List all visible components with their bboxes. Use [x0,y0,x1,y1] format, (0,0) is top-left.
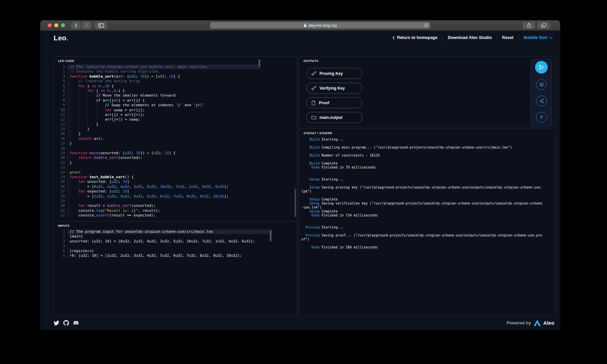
code-line[interactable]: 9 // Swap the elements at indexes 'j' an… [54,103,261,108]
code-line[interactable]: 3unsorted: [u32; 10] = [8u32, 2u32, 4u32… [54,239,273,244]
code-line[interactable]: 26 = [8u32, 2u32, 4u32, 3u32, 5u32, 10u3… [54,184,261,189]
powered-by[interactable]: Powered by Aleo [507,320,554,326]
inputs-editor[interactable]: 1// The program input for unwieldy-utopi… [54,229,273,258]
code-line[interactable]: 11 arr[j] = arr[j+1]; [54,113,261,117]
console-status-label: Build [302,146,319,149]
share-upload-icon [527,23,531,28]
page-footer: Powered by Aleo [54,318,554,327]
leo-code-editor[interactable]: 1// The 'unwieldy-utopian-urbane-use-bub… [54,65,261,218]
code-line[interactable]: 6 for j in 0..9-i { [54,89,261,93]
code-line[interactable]: 8 if arr[j+1] < arr[j] { [54,98,261,103]
button-label: Verifying Key [319,86,345,91]
scrollbar-thumb[interactable] [295,188,296,217]
discord-link[interactable] [73,320,79,325]
nav-example-selector[interactable]: Bubble Sort [524,35,553,40]
browser-tabs-button[interactable] [538,22,550,29]
code-line[interactable]: 28 = [1u32, 2u32, 3u32, 4u32, 5u32, 6u32… [54,194,261,199]
code-line[interactable]: 27 let expected: [u32; 10] [54,189,261,194]
code-line[interactable]: 4 // Traverse the entire array [54,79,261,84]
code-line[interactable]: 30 let result = bubble_sort(unsorted); [54,203,261,208]
leo-logo[interactable]: Leo. [54,34,68,42]
console-output[interactable]: Build Starting... Build Compiling main p… [302,138,544,249]
console-line: Done Finished in 79 milliseconds [302,166,544,170]
console-status-label: Setup [302,209,319,213]
nav-reset[interactable]: Reset [502,35,513,40]
code-line[interactable]: 21} [54,161,261,165]
line-number: 23 [54,170,68,175]
reload-button[interactable] [424,23,428,28]
code-line[interactable]: 2[main] [54,234,273,239]
code-line[interactable]: 17} [54,141,261,146]
share-button[interactable] [536,96,547,106]
main-output-button[interactable]: main.output [306,112,362,123]
twitter-link[interactable] [54,320,59,326]
traffic-light-zoom-button[interactable] [61,23,65,27]
browser-back-button[interactable] [71,22,81,29]
browser-sidebar-toggle-button[interactable] [95,22,107,29]
code-line[interactable]: 24function test_bubble_sort() { [54,175,261,180]
console-status-label: Done [302,213,319,217]
proving-key-button[interactable]: Proving Key [306,68,362,79]
console-status-label: Proving [302,233,319,237]
scrollbar-thumb[interactable] [270,230,272,241]
code-line[interactable]: 4 [54,244,273,248]
code-line[interactable]: 1// The 'unwieldy-utopian-urbane-use-bub… [54,65,261,69]
line-number: 16 [54,137,68,141]
line-number: 31 [54,208,68,213]
line-number: 21 [54,161,68,165]
code-line[interactable]: 12 arr[j+1] = swap; [54,117,261,122]
settings-button[interactable] [536,79,547,90]
chevron-right-icon [85,23,89,28]
code-line[interactable]: 13 } [54,122,261,127]
traffic-light-minimize-button[interactable] [54,23,58,27]
code-line[interactable]: 15 } [54,132,261,136]
console-line: Build Compiling main program... ("/usr/p… [302,146,544,150]
code-line[interactable]: 5 for i in 0..10 { [54,84,261,89]
code-line[interactable]: 2// Executes the bubble sorting algorith… [54,69,261,74]
code-line[interactable]: 1// The program input for unwieldy-utopi… [54,229,273,234]
code-line[interactable]: 32 console.assert(result == expected); [54,213,261,218]
code-line[interactable]: 10 let swap = arr[j]; [54,108,261,113]
console-line: Setup Saving verification key ("/usr/pla… [302,201,544,209]
address-bar[interactable]: play.leo-lang.org [210,22,430,29]
line-number: 2 [54,69,68,74]
github-link[interactable] [63,320,69,326]
verifying-key-button[interactable]: Verifying Key [306,83,362,94]
code-line[interactable]: 5[registers] [54,249,273,253]
console-line: Done Finished in 160 milliseconds [302,245,544,249]
code-line[interactable]: 7 // Move the smaller elements forward [54,93,261,98]
code-line[interactable]: 18 [54,146,261,151]
code-line[interactable]: 19function main(unsorted: [u32; 10]) → [… [54,151,261,156]
console-line: Setup Complete [302,209,544,213]
nav-return-homepage[interactable]: Return to homepage [392,35,437,40]
proof-button[interactable]: Proof [306,97,362,108]
code-line[interactable]: 29 [54,199,261,203]
console-status-label: Build [302,154,319,157]
code-line[interactable]: 14 } [54,127,261,132]
browser-share-button[interactable] [523,22,535,29]
code-line[interactable]: 3function bubble_sort(arr: [u32; 10]) → … [54,74,261,79]
help-button[interactable]: ? [536,112,547,123]
code-line[interactable]: 6r0: [u32; 10] = [1u32, 2u32, 3u32, 4u32… [54,253,273,258]
nav-download-aleo-studio[interactable]: Download Aleo Studio [448,35,492,40]
line-number: 11 [54,113,68,117]
folder-icon [311,115,316,120]
button-label: main.output [319,115,342,120]
question-icon: ? [540,115,543,120]
chevron-down-icon [549,37,553,39]
scrollbar-thumb[interactable] [259,59,260,67]
traffic-light-close-button[interactable] [48,23,52,27]
browser-window: play.leo-lang.org Leo. [40,20,560,330]
console-blank-line [302,170,544,174]
code-line[interactable]: 20 return bubble_sort(unsorted); [54,156,261,160]
leo-logo-text: Leo [54,34,66,42]
code-line[interactable]: 23@test [54,170,261,175]
console-blank-line [302,150,544,154]
code-line[interactable]: 16 return arr; [54,137,261,141]
run-button[interactable] [535,61,548,74]
line-number: 2 [54,234,68,239]
code-line[interactable]: 22 [54,165,261,170]
code-line[interactable]: 25 let unsorted: [u32; 10] [54,180,261,184]
browser-forward-button[interactable] [82,22,91,29]
code-line[interactable]: 31 console.log("Result is: {}", result); [54,208,261,213]
